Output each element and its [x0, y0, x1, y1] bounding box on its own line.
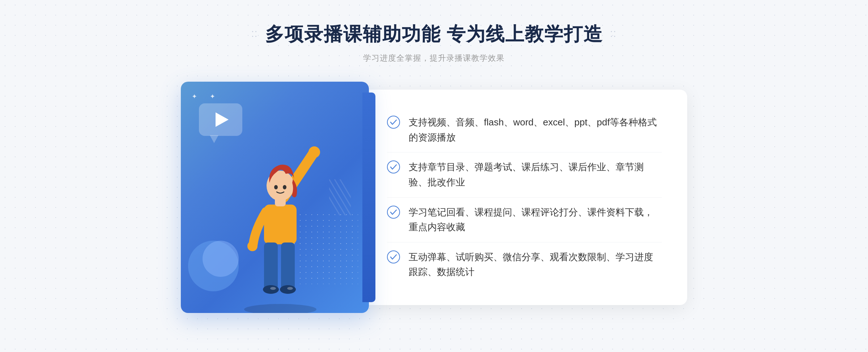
feature-text-1: 支持视频、音频、flash、word、excel、ppt、pdf等各种格式的资源… [409, 115, 662, 145]
sparkle-decoration-1: ✦ [192, 93, 197, 100]
svg-point-8 [247, 241, 258, 251]
main-title: 多项录播课辅助功能 专为线上教学打造 [265, 22, 603, 47]
illustration-card: ✦ ✦ [181, 82, 369, 313]
feature-item-1: 支持视频、音频、flash、word、excel、ppt、pdf等各种格式的资源… [387, 108, 662, 153]
svg-rect-14 [281, 242, 295, 289]
svg-point-6 [309, 146, 320, 158]
title-row: ⁚⁚ 多项录播课辅助功能 专为线上教学打造 ⁚⁚ [251, 22, 617, 47]
feature-item-2: 支持章节目录、弹题考试、课后练习、课后作业、章节测验、批改作业 [387, 153, 662, 197]
svg-point-17 [270, 287, 276, 290]
feature-item-4: 互动弹幕、试听购买、微信分享、观看次数限制、学习进度跟踪、数据统计 [387, 242, 662, 287]
page-container: ⁚⁚ 多项录播课辅助功能 专为线上教学打造 ⁚⁚ 学习进度全掌握，提升录播课教学… [0, 0, 868, 352]
play-bubble [199, 103, 242, 136]
svg-point-16 [280, 285, 296, 294]
svg-point-15 [263, 285, 279, 294]
check-icon-1 [387, 116, 400, 129]
decorative-dots-right: ⁚⁚ [610, 30, 617, 39]
svg-rect-13 [264, 242, 278, 289]
svg-point-21 [387, 206, 400, 218]
check-icon-2 [387, 160, 400, 173]
feature-text-2: 支持章节目录、弹题考试、课后练习、课后作业、章节测验、批改作业 [409, 160, 662, 190]
feature-item-3: 学习笔记回看、课程提问、课程评论打分、课件资料下载，重点内容收藏 [387, 198, 662, 242]
check-icon-3 [387, 206, 400, 219]
features-card: 支持视频、音频、flash、word、excel、ppt、pdf等各种格式的资源… [362, 90, 687, 305]
play-icon [216, 112, 229, 127]
feature-text-3: 学习笔记回看、课程提问、课程评论打分、课件资料下载，重点内容收藏 [409, 205, 662, 235]
decorative-dots-left: ⁚⁚ [251, 30, 258, 39]
svg-point-5 [244, 304, 316, 313]
svg-point-12 [283, 185, 286, 189]
check-icon-4 [387, 250, 400, 263]
person-illustration [226, 132, 335, 313]
svg-point-20 [387, 161, 400, 173]
subtitle: 学习进度全掌握，提升录播课教学效果 [363, 53, 505, 64]
svg-point-18 [287, 287, 293, 290]
svg-point-19 [387, 116, 400, 128]
content-area: » ✦ ✦ [181, 82, 687, 313]
blue-strip-decoration [362, 93, 375, 302]
feature-text-4: 互动弹幕、试听购买、微信分享、观看次数限制、学习进度跟踪、数据统计 [409, 250, 662, 280]
svg-point-22 [387, 251, 400, 263]
header-section: ⁚⁚ 多项录播课辅助功能 专为线上教学打造 ⁚⁚ 学习进度全掌握，提升录播课教学… [251, 22, 617, 64]
svg-point-11 [274, 185, 278, 189]
sparkle-decoration-2: ✦ [210, 93, 215, 100]
